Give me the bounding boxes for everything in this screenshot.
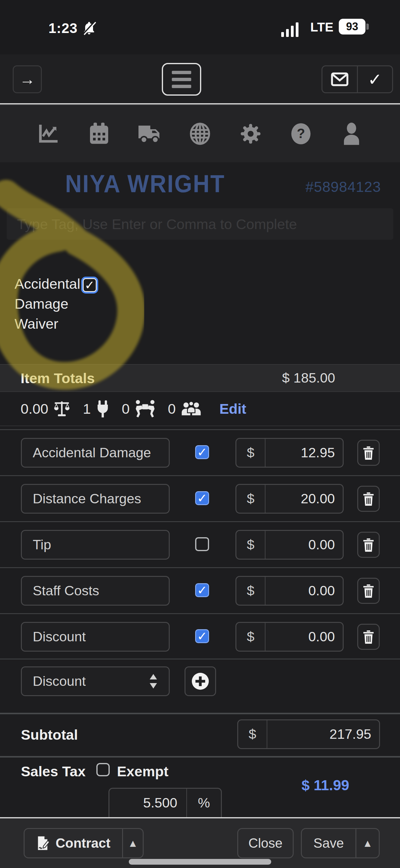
battery-indicator: 93 xyxy=(339,19,366,34)
item-checkbox[interactable]: ✓ xyxy=(195,491,209,505)
toolbar-action-group: ✓ xyxy=(321,65,393,93)
confirm-button[interactable]: ✓ xyxy=(357,66,393,92)
hamburger-icon xyxy=(172,71,191,74)
item-totals-label: Item Totals xyxy=(21,370,95,386)
tag-input-placeholder: Type Tag, Use Enter or Comma to Complete xyxy=(17,216,297,232)
charge-type-select[interactable]: Discount xyxy=(21,666,170,696)
caret-up-icon: ▲ xyxy=(363,837,373,849)
percent-label: % xyxy=(187,789,221,817)
tag-input[interactable]: Type Tag, Use Enter or Comma to Complete xyxy=(7,208,393,240)
trash-icon xyxy=(363,492,375,506)
item-amount-field[interactable]: 0.00 xyxy=(265,623,343,651)
item-totals-row: Item Totals $ 185.00 xyxy=(0,364,400,392)
plus-circle-icon xyxy=(192,673,209,690)
delete-item-button[interactable] xyxy=(357,578,380,604)
save-split-button: Save ▲ xyxy=(301,828,380,858)
battery-nub xyxy=(366,24,369,30)
summary-row: 0.00 1 0 0 Edit xyxy=(0,392,400,426)
staff-metric: 0 xyxy=(168,400,202,417)
people-carry-metric: 0 xyxy=(122,400,156,418)
waiver-checkbox[interactable]: ✓ xyxy=(83,278,97,292)
users-icon xyxy=(180,400,202,417)
line-item-row: Accidental Damage ✓ $ 12.95 xyxy=(0,430,400,476)
edit-link[interactable]: Edit xyxy=(220,400,246,417)
item-name-field[interactable]: Staff Costs xyxy=(21,576,170,606)
item-amount-group: $ 20.00 xyxy=(235,484,344,514)
trash-icon xyxy=(363,446,375,460)
invoice-edit-screen: 1:23 LTE 93 → ✓ xyxy=(0,0,400,868)
item-checkbox[interactable]: ✓ xyxy=(195,629,209,643)
item-checkbox[interactable] xyxy=(195,537,209,551)
item-checkbox[interactable]: ✓ xyxy=(195,583,209,597)
close-button[interactable]: Close xyxy=(237,828,294,858)
chart-line-icon[interactable] xyxy=(36,121,61,147)
tax-exempt-checkbox[interactable] xyxy=(96,763,110,776)
delete-item-button[interactable] xyxy=(357,624,380,650)
gear-icon[interactable] xyxy=(238,121,263,147)
item-name-field[interactable]: Tip xyxy=(21,530,170,560)
item-name-field[interactable]: Distance Charges xyxy=(21,484,170,514)
tax-rate-group: 5.500 % xyxy=(109,788,222,817)
status-bar: 1:23 LTE 93 xyxy=(0,0,400,55)
network-type: LTE xyxy=(310,20,333,34)
item-totals-amount: $ 185.00 xyxy=(282,370,335,386)
user-icon[interactable] xyxy=(339,121,364,147)
trash-icon xyxy=(363,630,375,644)
contract-options-button[interactable]: ▲ xyxy=(122,829,143,858)
order-number: #58984123 xyxy=(306,179,381,195)
item-amount-group: $ 0.00 xyxy=(235,576,344,606)
add-charge-row: Discount xyxy=(0,658,400,713)
contract-button[interactable]: Contract xyxy=(25,829,122,858)
signal-strength-icon xyxy=(281,22,298,37)
nav-icon-strip: ? xyxy=(0,105,400,162)
scale-icon xyxy=(52,400,71,418)
subtotal-amount-field[interactable]: 217.95 xyxy=(267,720,379,748)
home-indicator[interactable] xyxy=(129,859,271,865)
waiver-label: Accidental✓ Damage Waiver xyxy=(15,274,184,334)
truck-icon[interactable] xyxy=(137,121,162,147)
clock: 1:23 xyxy=(49,20,78,36)
item-amount-group: $ 0.00 xyxy=(235,530,344,560)
delete-item-button[interactable] xyxy=(357,486,380,512)
weight-metric: 0.00 xyxy=(21,400,71,418)
delete-item-button[interactable] xyxy=(357,440,380,466)
item-name-field[interactable]: Accidental Damage xyxy=(21,438,170,468)
tax-rate-field[interactable]: 5.500 xyxy=(109,789,187,817)
plug-metric: 1 xyxy=(83,400,110,418)
item-checkbox[interactable]: ✓ xyxy=(195,445,209,459)
item-amount-group: $ 0.00 xyxy=(235,622,344,652)
svg-text:?: ? xyxy=(297,126,305,141)
forward-button[interactable]: → xyxy=(13,65,42,93)
delete-item-button[interactable] xyxy=(357,532,380,558)
sales-tax-section: Sales Tax Exempt 5.500 % $ 11.99 xyxy=(0,757,400,817)
contract-split-button: Contract ▲ xyxy=(24,828,144,858)
arrow-right-icon: → xyxy=(20,71,35,87)
subtotal-amount-group: $ 217.95 xyxy=(237,719,380,749)
item-amount-field[interactable]: 20.00 xyxy=(265,485,343,513)
line-item-row: Tip $ 0.00 xyxy=(0,522,400,568)
item-amount-field[interactable]: 0.00 xyxy=(265,531,343,559)
help-icon[interactable]: ? xyxy=(288,121,314,147)
item-amount-field[interactable]: 0.00 xyxy=(265,577,343,605)
globe-icon[interactable] xyxy=(187,121,213,147)
people-carry-icon xyxy=(134,400,156,418)
file-signature-icon xyxy=(36,836,50,851)
currency-label: $ xyxy=(236,439,265,467)
save-button[interactable]: Save xyxy=(302,829,355,858)
save-options-button[interactable]: ▲ xyxy=(355,829,379,858)
top-toolbar: → ✓ xyxy=(0,55,400,103)
email-button[interactable] xyxy=(322,66,357,92)
sales-tax-label: Sales Tax xyxy=(21,763,85,780)
subtotal-row: Subtotal $ 217.95 xyxy=(0,714,400,756)
select-chevrons-icon xyxy=(149,674,158,688)
item-amount-field[interactable]: 12.95 xyxy=(265,439,343,467)
add-charge-button[interactable] xyxy=(184,666,216,696)
caret-up-icon: ▲ xyxy=(128,837,138,849)
item-name-field[interactable]: Discount xyxy=(21,622,170,652)
calendar-icon[interactable] xyxy=(86,121,112,147)
line-item-row: Staff Costs ✓ $ 0.00 xyxy=(0,568,400,614)
item-amount-group: $ 12.95 xyxy=(235,438,344,468)
menu-button[interactable] xyxy=(162,63,201,96)
customer-name: NIYA WRIGHT xyxy=(65,169,225,198)
envelope-icon xyxy=(331,72,348,86)
